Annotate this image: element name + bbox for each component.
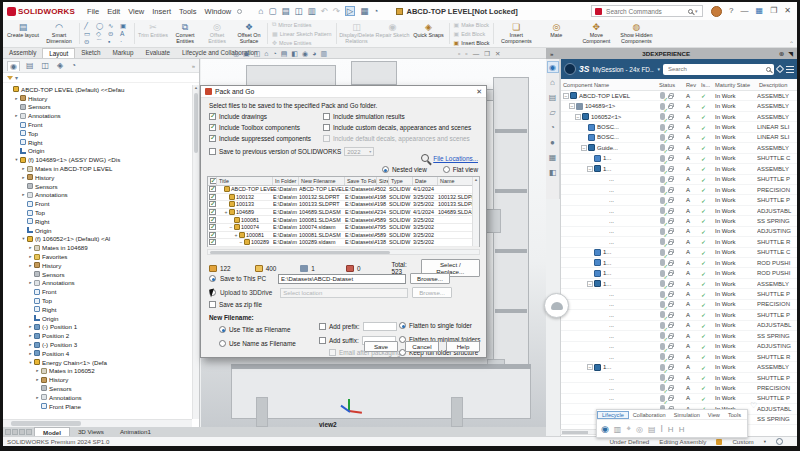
tag-icon[interactable] xyxy=(776,65,784,73)
row-expand-icon[interactable] xyxy=(593,375,599,381)
document-tab[interactable]: Model xyxy=(34,427,70,436)
tree-item[interactable]: ABCD-TOP LEVEL (Default) <<Defau xyxy=(3,85,192,94)
file-row[interactable]: +100081 E:\Data\m 100081.SLDASM E:\Datas… xyxy=(208,232,479,240)
row-checkbox[interactable] xyxy=(209,201,216,207)
feature-tree-tab-icon[interactable]: ◉ xyxy=(7,61,20,71)
insert-components-button[interactable]: ❏Insert Components xyxy=(496,21,536,46)
row-expand-icon[interactable] xyxy=(593,301,599,307)
row-checkbox[interactable] xyxy=(209,194,216,200)
table-vertical-scrollbar[interactable]: ▲ xyxy=(472,177,479,246)
component-row[interactable]: ... A ✓ In Work SHUTTLE R xyxy=(561,237,797,247)
dialog-close-icon[interactable]: ✕ xyxy=(476,88,482,96)
command-search[interactable]: ▾ xyxy=(591,5,703,17)
menu-item[interactable]: Window xyxy=(201,7,236,16)
file-explorer-icon[interactable]: ▱ xyxy=(547,106,559,118)
forum-icon[interactable]: ◧ xyxy=(547,166,559,178)
component-row[interactable]: ... A ✓ In Work SS SPRING xyxy=(561,331,797,341)
menu-item[interactable]: Edit xyxy=(103,7,124,16)
row-expand-icon[interactable]: − xyxy=(587,364,593,370)
component-row[interactable]: ... A ✓ In Work SHUTTLE P xyxy=(561,373,797,383)
row-expand-icon[interactable] xyxy=(593,197,599,203)
row-expand-icon[interactable] xyxy=(581,134,587,140)
save-to-pc-radio[interactable] xyxy=(209,275,216,282)
component-row[interactable]: BOSC... A ✓ In Work LINEAR SLI xyxy=(561,133,797,143)
component-row[interactable]: ... A ✓ In Work SHUTTLE P xyxy=(561,394,797,404)
expand-arrow-icon[interactable]: ▸ xyxy=(27,254,34,259)
tree-item[interactable]: ▸ Annotations xyxy=(3,111,192,120)
appearances-icon[interactable]: ● xyxy=(547,136,559,148)
file-row[interactable]: −100289 E:\Data\m 100289.sldasm E:\Datas… xyxy=(208,239,479,247)
tree-item[interactable]: ▸ Annotations xyxy=(3,393,192,402)
command-tab[interactable]: Assembly xyxy=(3,48,42,58)
save-icon[interactable]: ◫ xyxy=(294,7,302,16)
lifecycle-tab[interactable]: Collaboration xyxy=(629,412,670,418)
include-option[interactable]: Include simulation results xyxy=(323,113,471,120)
ribbon-row-button[interactable]: ✥Move Entities xyxy=(272,39,332,46)
include-option[interactable]: Include default decals, appearances and … xyxy=(323,135,471,142)
row-expand-icon[interactable] xyxy=(593,385,599,391)
tree-item[interactable]: ▸ Position 2 xyxy=(3,331,192,340)
dimxpert-tab-icon[interactable]: ◈ xyxy=(55,61,65,70)
checkbox[interactable] xyxy=(323,113,330,120)
lifecycle-tab[interactable]: Tools xyxy=(724,412,745,418)
row-checkbox[interactable] xyxy=(209,186,216,192)
lifecycle-tab[interactable]: View xyxy=(704,412,724,418)
tree-item[interactable]: Top xyxy=(3,296,192,305)
browse-button[interactable]: Browse... xyxy=(410,273,450,284)
tree-item[interactable]: ▸ History xyxy=(3,375,192,384)
row-expand-icon[interactable] xyxy=(593,176,599,182)
row-expand-icon[interactable] xyxy=(593,187,599,193)
component-row[interactable]: − 1... A ✓ In Work ASSEMBLY xyxy=(561,164,797,174)
doc-close-icon[interactable]: ✕ xyxy=(495,50,500,58)
command-search-input[interactable] xyxy=(604,7,686,16)
row-expand-icon[interactable] xyxy=(593,343,599,349)
tree-item[interactable]: ▸ Favorites xyxy=(3,252,192,261)
include-option[interactable]: Include drawings xyxy=(209,113,311,120)
file-row[interactable]: 100133 E:\Data\m 100133.SLDPRT E:\Datase… xyxy=(208,201,479,209)
sketch-entity-icon[interactable]: ∿ xyxy=(108,22,120,30)
component-row[interactable]: − 1... A ✓ In Work ASSEMBLY xyxy=(561,279,797,289)
tree-item[interactable]: ▸ Annotations xyxy=(3,191,192,200)
doc-restore-down-icon[interactable]: ❐ xyxy=(484,50,490,58)
tree-item[interactable]: ▸ Mates in ABCD-TOP LEVEL xyxy=(3,164,192,173)
configuration-manager-tab-icon[interactable]: ◫ xyxy=(40,61,52,70)
tree-item[interactable]: Sensors xyxy=(3,384,192,393)
component-row[interactable]: − 1... A ✓ In Work ASSEMBLY xyxy=(561,362,797,372)
trim-entities-button[interactable]: ✂Trim Entities xyxy=(137,21,169,46)
view-palette-icon[interactable]: ◔ xyxy=(547,121,559,133)
row-expand-icon[interactable] xyxy=(587,270,593,276)
sketch-entity-icon[interactable]: ⊙ xyxy=(108,30,120,38)
tree-item[interactable]: ▾ (f) 104689<1> (ASSY DWG) <Dis xyxy=(3,155,192,164)
options-icon[interactable]: ▦ xyxy=(360,7,368,16)
tree-item[interactable]: ▸ Mates in 104689 xyxy=(3,243,192,252)
file-row[interactable]: 100132 E:\Data\m 100132.SLDPRT E:\Datase… xyxy=(208,194,479,202)
user-avatar[interactable] xyxy=(711,6,722,17)
row-expand-icon[interactable]: − xyxy=(587,281,593,287)
tree-item[interactable]: Front Plane xyxy=(3,402,192,411)
component-row[interactable]: ... A ✓ In Work SHUTTLE P xyxy=(561,289,797,299)
show-hidden-components-button[interactable]: ◍Show Hidden Components xyxy=(616,21,656,46)
flat-view-radio[interactable]: Flat view xyxy=(443,166,478,173)
component-row[interactable]: ... A ✓ In Work ADJUSTING xyxy=(561,227,797,237)
cancel-button[interactable]: Cancel xyxy=(405,341,439,352)
component-row[interactable]: BOSC... A ✓ In Work LINEAR SLI xyxy=(561,122,797,132)
table-horizontal-scrollbar[interactable] xyxy=(207,249,480,255)
component-row[interactable]: − Guide... A ✓ In Work ASSEMBLY xyxy=(561,143,797,153)
open-icon[interactable]: ▤ xyxy=(281,7,289,16)
tree-item[interactable]: ▸ (-) Position 3 xyxy=(3,340,192,349)
tree-item[interactable]: Origin xyxy=(3,314,192,323)
file-row[interactable]: −100074 E:\Data\m 100074.sldasm E:\Datas… xyxy=(208,224,479,232)
prefix-field[interactable] xyxy=(363,322,397,331)
row-checkbox[interactable] xyxy=(209,209,216,215)
row-expand-icon[interactable] xyxy=(593,291,599,297)
apps-grid-icon[interactable]: ▦ xyxy=(756,7,764,15)
expand-arrow-icon[interactable]: ▾ xyxy=(13,157,20,162)
row-expand-icon[interactable] xyxy=(593,239,599,245)
sketch-entity-icon[interactable]: ▭ xyxy=(84,30,96,38)
component-row[interactable]: ... A ✓ In Work ADJUSTING xyxy=(561,342,797,352)
flatten-single-radio[interactable]: Flatten to single folder xyxy=(399,322,472,329)
component-row[interactable]: ... A ✓ In Work PRECISION xyxy=(561,300,797,310)
minimize-button[interactable]: — xyxy=(741,7,749,15)
design-library-icon[interactable]: ▤ xyxy=(547,91,559,103)
save-path-field[interactable] xyxy=(278,274,406,284)
